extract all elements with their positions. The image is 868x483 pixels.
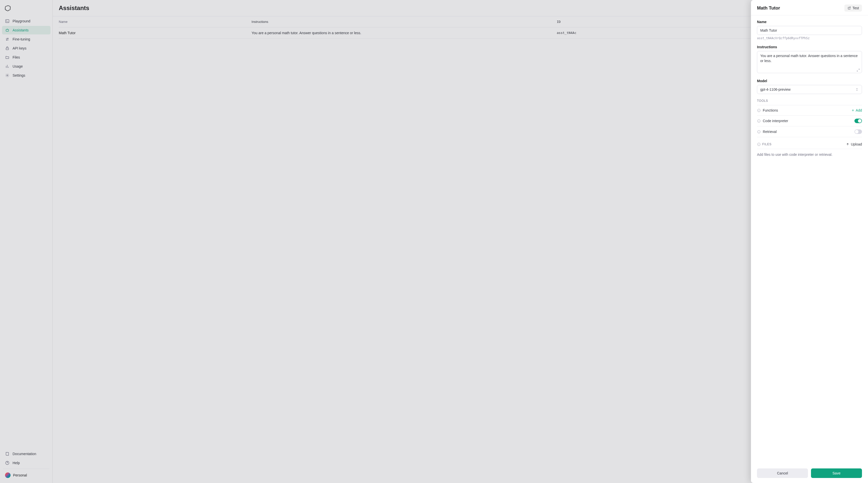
model-label: Model [757,79,862,83]
tool-row-retrieval: Retrieval [757,126,862,137]
sidebar-item-label: Help [12,461,20,465]
assistant-edit-panel: Math Tutor Test Name asst_tN4AcVrQcffp6d… [751,0,868,483]
save-button[interactable]: Save [811,469,862,478]
sidebar-item-playground[interactable]: Playground [2,17,51,25]
expand-icon [857,68,860,72]
logo [2,3,51,17]
cell-instructions: You are a personal math tutor. Answer qu… [252,27,557,39]
info-icon [757,143,761,146]
svg-rect-1 [6,29,9,31]
model-select-value: gpt-4-1106-preview [760,87,790,91]
name-input[interactable] [757,26,862,35]
code-interpreter-toggle[interactable] [855,119,862,123]
tool-row-code-interpreter: Code interpreter [757,116,862,126]
info-icon [757,119,761,123]
sidebar-item-documentation[interactable]: Documentation [2,450,51,458]
tool-name-retrieval: Retrieval [763,130,777,134]
upload-button[interactable]: Upload [846,142,862,146]
svg-point-3 [6,40,7,40]
test-button-label: Test [852,6,859,10]
sidebar-item-fine-tuning[interactable]: Fine-tuning [2,35,51,43]
test-button[interactable]: Test [844,4,862,11]
bar-chart-icon [5,64,9,69]
sidebar-item-label: Documentation [12,452,36,456]
cell-name: Math Tutor [59,27,252,39]
instructions-textarea[interactable] [757,51,862,73]
add-function-button[interactable]: Add [851,108,862,112]
account-switcher[interactable]: Personal [2,471,51,480]
svg-rect-0 [5,20,9,23]
help-icon [5,461,9,465]
sidebar-item-help[interactable]: Help [2,459,51,467]
folder-icon [5,55,9,60]
name-label: Name [757,20,862,24]
robot-icon [5,28,9,32]
add-label: Add [856,108,862,112]
tool-name-code-interpreter: Code interpreter [763,119,788,123]
page-title: Assistants [59,4,862,11]
sidebar-item-label: Files [12,55,20,59]
sidebar-item-files[interactable]: Files [2,53,51,62]
table-row[interactable]: Math Tutor You are a personal math tutor… [59,27,862,39]
info-icon [757,130,761,134]
assistant-id: asst_tN4AcVrQcffp6dRyvvfTPhSz [757,36,862,40]
sidebar-item-api-keys[interactable]: API keys [2,44,51,53]
sidebar-item-label: Playground [12,19,30,23]
tool-row-functions: Functions Add [757,105,862,116]
external-link-icon [847,6,851,10]
gear-icon [5,73,9,78]
model-select[interactable]: gpt-4-1106-preview [757,85,862,94]
main-content: Assistants Name Instructions ID Math Tut… [53,0,868,483]
assistants-table: Name Instructions ID Math Tutor You are … [59,16,862,39]
sidebar-item-settings[interactable]: Settings [2,71,51,80]
retrieval-toggle[interactable] [855,129,862,134]
account-label: Personal [13,473,27,477]
sidebar-item-label: Usage [12,64,23,68]
sliders-icon [5,37,9,41]
sidebar-item-assistants[interactable]: Assistants [2,26,51,34]
svg-point-2 [7,38,8,39]
sidebar-item-usage[interactable]: Usage [2,62,51,71]
sidebar-item-label: Fine-tuning [12,37,30,41]
expand-handle[interactable] [857,68,860,72]
cancel-button[interactable]: Cancel [757,469,808,478]
instructions-label: Instructions [757,45,862,49]
sidebar-item-label: API keys [12,46,26,50]
column-header-name: Name [59,16,252,27]
upload-label: Upload [851,142,862,146]
openai-logo-icon [4,5,11,12]
files-heading: FILES [762,143,772,146]
sidebar: Playground Assistants Fine-tuning API ke… [0,0,53,483]
lock-icon [5,46,9,51]
plus-icon [851,109,855,112]
svg-point-5 [7,75,8,76]
column-header-instructions: Instructions [252,16,557,27]
panel-title: Math Tutor [757,5,780,11]
svg-rect-4 [6,48,9,50]
book-icon [5,452,9,456]
tools-heading: TOOLS [757,99,862,102]
avatar [5,473,10,478]
upload-icon [846,143,849,146]
sidebar-item-label: Assistants [12,28,29,32]
files-hint: Add files to use with code interpreter o… [757,153,862,156]
terminal-icon [5,19,9,23]
info-icon [757,109,761,112]
tool-name-functions: Functions [763,108,778,112]
sidebar-item-label: Settings [12,73,25,78]
chevron-up-down-icon [855,88,859,91]
